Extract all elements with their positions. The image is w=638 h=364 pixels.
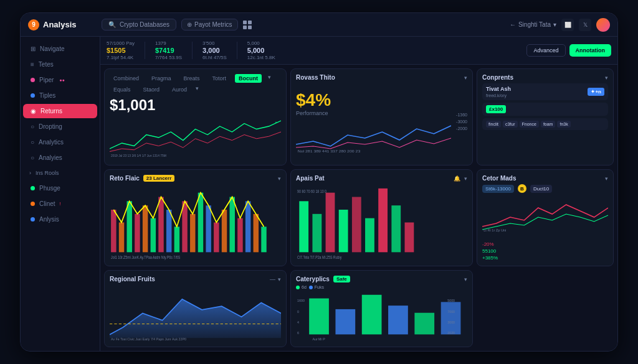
svg-rect-29: [365, 218, 374, 253]
tag-c3fur[interactable]: c3fur: [503, 121, 518, 128]
twitter-icon[interactable]: 𝕏: [579, 19, 591, 31]
svg-rect-4: [119, 223, 124, 253]
dashboard-grid: Combined Pragma Breats Totort Bocunt ▾ E…: [100, 65, 617, 270]
svg-text:1600: 1600: [297, 299, 305, 302]
orange-dot: [31, 202, 35, 206]
avatar[interactable]: [596, 18, 610, 32]
tab-pragma[interactable]: Pragma: [148, 74, 175, 83]
svg-rect-8: [151, 218, 156, 253]
svg-text:Jol1 10r.Z5ml JuvK Ay.TPaa Aat: Jol1 10r.Z5ml JuvK Ay.TPaa Aatm Nty.P6s …: [111, 255, 180, 260]
comment-1-row: Tivat Ash freed.k/ory ✦+n: [486, 86, 604, 98]
tab-aurod[interactable]: Aurod: [168, 85, 191, 94]
comment-1: Tivat Ash freed.k/ory ✦+n: [482, 83, 608, 100]
tag-fn3k[interactable]: fn3k: [557, 121, 570, 128]
svg-rect-9: [158, 197, 163, 253]
divider-2: [192, 42, 193, 59]
app-title: Analysis: [43, 20, 76, 29]
tab-bocunt[interactable]: Bocunt: [235, 74, 262, 83]
svg-rect-17: [222, 210, 227, 252]
tab-equals[interactable]: Equals: [110, 85, 135, 94]
ratio-header: Reto Flaic 23 Lancerr ▾: [110, 175, 281, 182]
color-marks-chart: Lt Ri 1r Zp Uni: [482, 195, 608, 241]
apais-bell-icon[interactable]: 🔔: [454, 175, 460, 182]
tab2-chevron[interactable]: ▾: [196, 85, 199, 94]
stock-info: St6k-13000 B Duct10: [482, 184, 608, 193]
sidebar-item-anlysis[interactable]: Anlysis: [23, 212, 97, 226]
tablet-icon[interactable]: ⬜: [561, 19, 574, 31]
sidebar-item-analyies[interactable]: ○ Analyies: [23, 151, 97, 165]
svg-text:Lt Ri 1r Zp Uni: Lt Ri 1r Zp Uni: [483, 228, 506, 232]
comments-header: Conprents ▾: [482, 74, 608, 81]
sidebar-item-navigate[interactable]: ⊞ Navigate: [23, 42, 97, 56]
apais-chart-card: Apais Pat 🔔 ▾: [290, 169, 473, 266]
caterpillar-chart: Aur Mi P 1600 0 4 6 5000 7000 3000 2020: [296, 291, 467, 342]
tab-combined[interactable]: Combined: [110, 74, 143, 83]
duct-label: Duct10: [530, 185, 552, 193]
comment-3: finclit c3fur Fnonce foam fn3k: [482, 118, 608, 130]
tag-fnonce[interactable]: Fnonce: [520, 121, 539, 128]
svg-rect-41: [362, 295, 382, 335]
svg-rect-30: [378, 189, 388, 253]
main-chart-card: Combined Pragma Breats Totort Bocunt ▾ E…: [104, 68, 287, 166]
svg-rect-32: [405, 223, 414, 253]
grid-icon[interactable]: [243, 21, 252, 29]
tag-finclit[interactable]: finclit: [486, 121, 501, 128]
sidebar-item-phusge[interactable]: Phusge: [23, 181, 97, 195]
logo-area: 9 Analysis: [28, 19, 97, 30]
comments-list: Tivat Ash freed.k/ory ✦+n £x100 fincl: [482, 83, 608, 160]
sidebar-item-returns[interactable]: ◉ Returns: [23, 104, 97, 118]
sidebar-item-clinet[interactable]: Clinet !: [23, 197, 97, 211]
svg-text:90 80 70 60 18 10 0: 90 80 70 60 18 10 0: [297, 189, 326, 194]
tab-breats[interactable]: Breats: [180, 74, 204, 83]
tab-totort[interactable]: Totort: [209, 74, 231, 83]
sidebar-item-piper[interactable]: Piper ●●: [23, 73, 97, 87]
search-bar[interactable]: 🔍 Crypto Databases: [102, 19, 176, 30]
ratio-badge: 23 Lancerr: [143, 175, 174, 182]
bottom-row: Regional Fruits — ▾: [100, 270, 617, 351]
regional-chevron[interactable]: ▾: [278, 276, 281, 282]
main-line-chart: + 2019 Jul 23 13 2/6 1/4 1/7 Jun 1314 75…: [110, 115, 281, 160]
sidebar-item-dropting[interactable]: ○ Dropting: [23, 119, 97, 134]
svg-rect-28: [352, 197, 361, 253]
svg-rect-3: [111, 210, 116, 252]
svg-rect-16: [214, 223, 219, 253]
svg-rect-39: [309, 299, 329, 335]
apais-header: Apais Pat 🔔 ▾: [296, 175, 467, 182]
sidebar-item-analytics[interactable]: ○ Analytics: [23, 135, 97, 149]
sidebar-item-tetes[interactable]: ≡ Tetes: [23, 57, 97, 72]
sidebar-item-tiples[interactable]: Tiples: [23, 88, 97, 103]
svg-text:5000: 5000: [447, 299, 455, 302]
metric-3: 3'500 3,000 6t.ht 47/5S: [202, 40, 227, 60]
ratio-chevron[interactable]: ▾: [278, 175, 281, 182]
chevron-down-icon: ▾: [553, 21, 556, 28]
bitcoin-icon: B: [518, 184, 526, 193]
regional-dash: —: [270, 276, 275, 282]
active-icon: ◉: [31, 108, 36, 114]
main-layout: ⊞ Navigate ≡ Tetes Piper ●● Tiples ◉ Ret…: [21, 37, 617, 351]
comments-chevron[interactable]: ▾: [605, 75, 608, 81]
svg-text:2019 Jul 23 13 2/6 1/4 1/7 Jun: 2019 Jul 23 13 2/6 1/4 1/7 Jun 1314 75M: [111, 155, 166, 158]
caterpillar-chevron[interactable]: ▾: [464, 276, 467, 282]
metric-1: 57/1000 Pay $1505 7.1tpf 54.4K: [107, 40, 135, 60]
apais-chevron[interactable]: ▾: [464, 175, 467, 182]
metric-2: 1379 $7419 7/764 53.9S: [155, 40, 182, 60]
tag-foam[interactable]: foam: [541, 121, 556, 128]
gauge-chevron[interactable]: ▾: [464, 75, 467, 81]
sidebar-ins-rools[interactable]: › Ins Rools: [23, 166, 97, 180]
svg-rect-25: [312, 214, 321, 253]
svg-rect-27: [339, 210, 348, 252]
color-marks-chevron[interactable]: ▾: [605, 175, 608, 182]
tab-chevron[interactable]: ▾: [268, 74, 271, 83]
caterpillar-header: Cateryplics Safe ▾: [296, 276, 467, 282]
svg-rect-26: [326, 193, 335, 253]
tab-staord[interactable]: Staord: [140, 85, 164, 94]
svg-text:Av Fe  Tost  Civic  Just  Earl: Av Fe Tost Civic Just Early 7/4 Papn Jun…: [111, 337, 186, 341]
regional-header: Regional Fruits — ▾: [110, 276, 281, 282]
user-icon: ←: [510, 21, 516, 28]
nav-pill-metrics[interactable]: ⊕ Payot Metrics: [181, 19, 238, 30]
advanced-button[interactable]: Advanced: [526, 44, 565, 57]
search-icon: 🔍: [108, 21, 116, 28]
annotation-button[interactable]: Annotation: [569, 44, 612, 57]
svg-text:3000: 3000: [447, 320, 455, 324]
apais-bar-chart: Cl7.Tela Ti7.P2a Mi.25S Rubiy 90 80 70 6…: [296, 184, 467, 261]
